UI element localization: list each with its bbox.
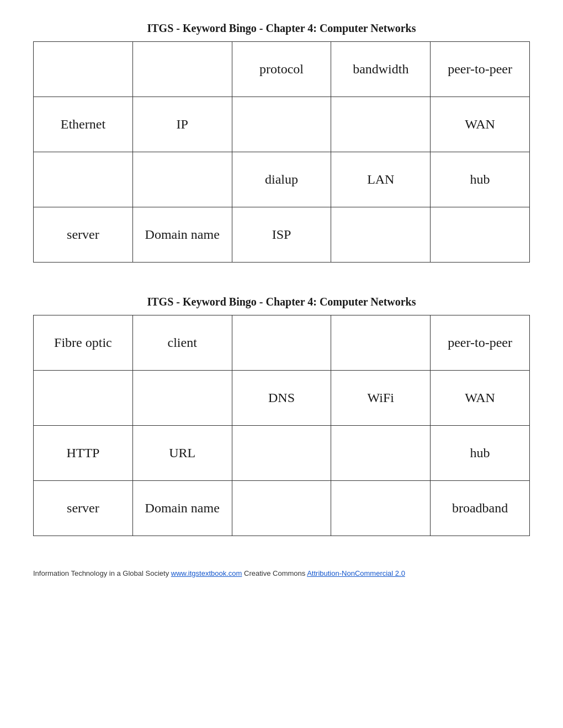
- table1-cell-r0-c4: peer-to-peer: [431, 42, 530, 97]
- table2-cell-r3-c2: [232, 481, 331, 536]
- table2-cell-r1-c0: [34, 371, 133, 426]
- table2-cell-r0-c4: peer-to-peer: [431, 315, 530, 371]
- bingo-table-1: protocolbandwidthpeer-to-peerEthernetIPW…: [33, 41, 530, 263]
- table1-cell-r0-c0: [34, 42, 133, 97]
- table1-cell-r2-c0: [34, 152, 133, 207]
- table1-cell-r1-c3: [331, 97, 431, 152]
- table1-cell-r2-c4: hub: [431, 152, 530, 207]
- table2-cell-r2-c4: hub: [431, 426, 530, 481]
- table2-cell-r3-c4: broadband: [431, 481, 530, 536]
- table1-cell-r1-c2: [232, 97, 331, 152]
- table2-cell-r3-c1: Domain name: [132, 481, 232, 536]
- table1-cell-r1-c4: WAN: [431, 97, 530, 152]
- table1-cell-r2-c2: dialup: [232, 152, 331, 207]
- table2-cell-r1-c2: DNS: [232, 371, 331, 426]
- table2-cell-r0-c0: Fibre optic: [34, 315, 133, 371]
- table2-cell-r2-c2: [232, 426, 331, 481]
- table1-cell-r3-c2: ISP: [232, 207, 331, 263]
- section1-title: ITGS - Keyword Bingo - Chapter 4: Comput…: [33, 22, 530, 35]
- table2-cell-r2-c0: HTTP: [34, 426, 133, 481]
- table1-cell-r3-c4: [431, 207, 530, 263]
- bingo-section-1: ITGS - Keyword Bingo - Chapter 4: Comput…: [33, 22, 530, 263]
- footer-link2[interactable]: Attribution-NonCommercial 2.0: [307, 569, 405, 577]
- footer-link1[interactable]: www.itgstextbook.com: [171, 569, 242, 577]
- table2-cell-r0-c1: client: [132, 315, 232, 371]
- table1-cell-r0-c3: bandwidth: [331, 42, 431, 97]
- footer-text1: Information Technology in a Global Socie…: [33, 569, 171, 577]
- table2-cell-r1-c4: WAN: [431, 371, 530, 426]
- table1-cell-r3-c0: server: [34, 207, 133, 263]
- table1-cell-r2-c3: LAN: [331, 152, 431, 207]
- table1-cell-r3-c1: Domain name: [132, 207, 232, 263]
- table2-cell-r1-c3: WiFi: [331, 371, 431, 426]
- table1-cell-r1-c0: Ethernet: [34, 97, 133, 152]
- table1-cell-r0-c2: protocol: [232, 42, 331, 97]
- table1-cell-r3-c3: [331, 207, 431, 263]
- table1-cell-r2-c1: [132, 152, 232, 207]
- table2-cell-r1-c1: [132, 371, 232, 426]
- table1-cell-r0-c1: [132, 42, 232, 97]
- table2-cell-r2-c1: URL: [132, 426, 232, 481]
- footer-text2: Creative Commons: [242, 569, 307, 577]
- table2-cell-r0-c3: [331, 315, 431, 371]
- bingo-section-2: ITGS - Keyword Bingo - Chapter 4: Comput…: [33, 296, 530, 536]
- table2-cell-r2-c3: [331, 426, 431, 481]
- table2-cell-r3-c0: server: [34, 481, 133, 536]
- table1-cell-r1-c1: IP: [132, 97, 232, 152]
- section2-title: ITGS - Keyword Bingo - Chapter 4: Comput…: [33, 296, 530, 308]
- table2-cell-r0-c2: [232, 315, 331, 371]
- bingo-table-2: Fibre opticclientpeer-to-peerDNSWiFiWANH…: [33, 315, 530, 536]
- table2-cell-r3-c3: [331, 481, 431, 536]
- footer: Information Technology in a Global Socie…: [33, 569, 530, 577]
